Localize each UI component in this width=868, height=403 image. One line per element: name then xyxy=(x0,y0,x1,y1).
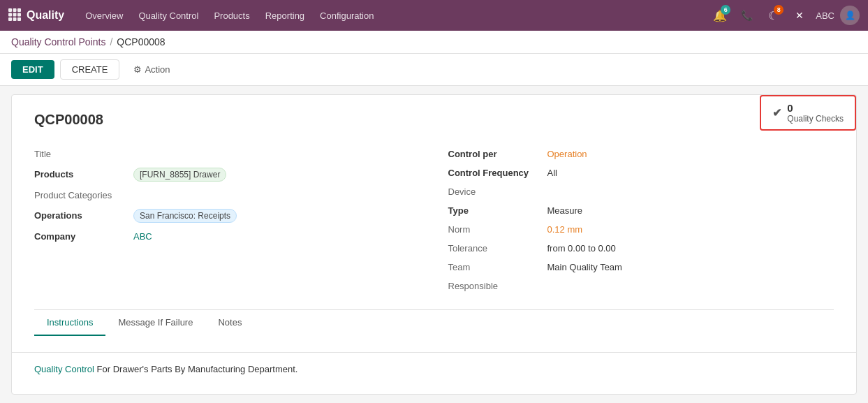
field-products-tag[interactable]: [FURN_8855] Drawer xyxy=(133,168,226,182)
field-operations-label: Operations xyxy=(34,210,125,221)
field-control-per: Control per Operation xyxy=(448,145,834,163)
apps-grid-icon[interactable] xyxy=(8,8,21,23)
field-type-value: Measure xyxy=(547,205,583,216)
svg-rect-8 xyxy=(17,17,21,21)
field-norm-label: Norm xyxy=(448,224,539,235)
tab-instructions[interactable]: Instructions xyxy=(34,310,105,336)
instructions-content: Quality Control For Drawer's Parts By Ma… xyxy=(34,364,297,374)
field-control-frequency-label: Control Frequency xyxy=(448,168,539,178)
form-grid: Title Products [FURN_8855] Drawer Produc… xyxy=(34,145,834,295)
app-brand[interactable]: Quality xyxy=(27,9,64,22)
tab-message-if-failure[interactable]: Message If Failure xyxy=(105,310,205,336)
svg-rect-7 xyxy=(13,17,17,21)
record-card: ✔ 0 Quality Checks QCP00008 Title xyxy=(11,94,857,395)
field-title: Title xyxy=(34,145,420,163)
field-company: Company ABC xyxy=(34,227,420,246)
quality-checks-count: 0 xyxy=(787,102,793,114)
moon-badge: 8 xyxy=(774,5,784,15)
close-icon: ✕ xyxy=(795,10,804,21)
field-control-per-value[interactable]: Operation xyxy=(547,149,587,159)
tab-content-instructions: Quality Control For Drawer's Parts By Ma… xyxy=(12,352,856,394)
field-products-label: Products xyxy=(34,169,125,179)
field-norm: Norm 0.12 mm xyxy=(448,220,834,239)
top-menu: Overview Quality Control Products Report… xyxy=(78,6,381,25)
field-type: Type Measure xyxy=(448,201,834,220)
quality-checks-label: Quality Checks xyxy=(787,114,844,124)
instructions-link-quality-control[interactable]: Quality Control xyxy=(34,364,94,374)
phone-icon: 📞 xyxy=(741,10,753,21)
svg-rect-3 xyxy=(8,13,12,16)
quality-checks-button[interactable]: ✔ 0 Quality Checks xyxy=(760,95,856,131)
top-nav-right: 🔔 6 📞 ☾ 8 ✕ ABC 👤 xyxy=(709,5,860,26)
toolbar: EDIT CREATE ⚙ Action xyxy=(0,54,868,86)
nav-item-configuration[interactable]: Configuration xyxy=(313,6,381,25)
svg-rect-6 xyxy=(8,17,12,21)
field-control-frequency: Control Frequency All xyxy=(448,163,834,182)
user-avatar[interactable]: 👤 xyxy=(840,6,860,25)
nav-item-overview[interactable]: Overview xyxy=(78,6,130,25)
field-device-label: Device xyxy=(448,186,539,197)
close-button[interactable]: ✕ xyxy=(789,5,810,26)
create-button[interactable]: CREATE xyxy=(60,59,120,80)
notifications-button[interactable]: 🔔 6 xyxy=(709,5,730,26)
svg-rect-0 xyxy=(8,8,12,12)
field-control-per-label: Control per xyxy=(448,149,539,159)
field-team-label: Team xyxy=(448,262,539,272)
quality-checks-info: 0 Quality Checks xyxy=(787,102,844,124)
record-id-title: QCP00008 xyxy=(34,112,834,128)
field-type-label: Type xyxy=(448,205,539,216)
field-products: Products [FURN_8855] Drawer xyxy=(34,163,420,186)
field-tolerance: Tolerance from 0.00 to 0.00 xyxy=(448,239,834,258)
field-product-categories-label: Product Categories xyxy=(34,190,125,200)
action-button[interactable]: ⚙ Action xyxy=(125,60,178,79)
svg-rect-5 xyxy=(17,13,21,16)
nav-item-reporting[interactable]: Reporting xyxy=(258,6,311,25)
field-operations: Operations San Francisco: Receipts xyxy=(34,205,420,227)
action-label: Action xyxy=(145,64,170,75)
content-area: ✔ 0 Quality Checks QCP00008 Title xyxy=(0,86,868,403)
nav-item-products[interactable]: Products xyxy=(207,6,256,25)
field-product-categories: Product Categories xyxy=(34,186,420,205)
field-tolerance-value: from 0.00 to 0.00 xyxy=(547,243,616,254)
checkmark-icon: ✔ xyxy=(772,106,781,119)
field-team: Team Main Quality Team xyxy=(448,258,834,277)
phone-button[interactable]: 📞 xyxy=(736,5,757,26)
breadcrumb-parent[interactable]: Quality Control Points xyxy=(11,36,105,47)
notifications-badge: 6 xyxy=(721,5,730,15)
breadcrumb: Quality Control Points / QCP00008 xyxy=(0,31,868,54)
field-company-label: Company xyxy=(34,231,125,242)
tab-notes[interactable]: Notes xyxy=(205,310,254,336)
field-title-label: Title xyxy=(34,149,125,159)
svg-rect-1 xyxy=(13,8,17,12)
moon-button[interactable]: ☾ 8 xyxy=(763,5,784,26)
nav-item-quality-control[interactable]: Quality Control xyxy=(131,6,205,25)
avatar-icon: 👤 xyxy=(845,10,855,20)
field-team-value: Main Quality Team xyxy=(547,262,622,272)
breadcrumb-current: QCP00008 xyxy=(117,36,165,47)
form-left-column: Title Products [FURN_8855] Drawer Produc… xyxy=(34,145,420,295)
field-norm-value[interactable]: 0.12 mm xyxy=(547,224,583,235)
field-device: Device xyxy=(448,182,834,201)
field-control-frequency-value: All xyxy=(547,168,557,178)
field-company-value[interactable]: ABC xyxy=(133,231,152,242)
action-gear-icon: ⚙ xyxy=(133,64,142,75)
svg-rect-2 xyxy=(17,8,21,12)
form-right-column: Control per Operation Control Frequency … xyxy=(448,145,834,295)
field-tolerance-label: Tolerance xyxy=(448,243,539,254)
breadcrumb-separator: / xyxy=(110,36,112,47)
form-body: QCP00008 Title Products [FURN_8855] Draw… xyxy=(12,95,856,352)
tabs-bar: Instructions Message If Failure Notes xyxy=(34,309,834,335)
instructions-text-rest: For Drawer's Parts By Manufacturing Depa… xyxy=(94,364,297,374)
edit-button[interactable]: EDIT xyxy=(11,60,54,79)
field-responsible: Responsible xyxy=(448,277,834,295)
field-operations-tag[interactable]: San Francisco: Receipts xyxy=(133,209,237,223)
top-navigation: Quality Overview Quality Control Product… xyxy=(0,0,868,31)
field-responsible-label: Responsible xyxy=(448,281,539,291)
username-label: ABC xyxy=(816,10,834,21)
svg-rect-4 xyxy=(13,13,17,16)
